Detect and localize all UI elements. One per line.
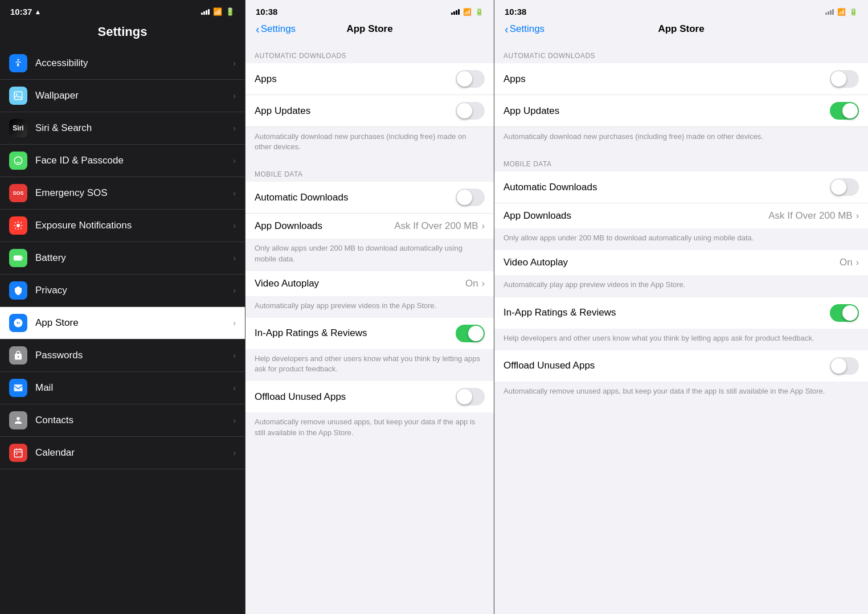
signal-bar-2 [203,11,205,15]
back-button-right[interactable]: ‹ Settings [503,23,544,36]
auto-dl-row-right[interactable]: Automatic Downloads [494,171,868,203]
offload-row-middle[interactable]: Offload Unused Apps [245,381,494,412]
offload-label-middle: Offload Unused Apps [255,391,456,403]
wallpaper-icon [9,87,27,105]
apps-toggle-knob-middle [457,71,472,87]
auto-dl-row-middle[interactable]: Automatic Downloads [245,182,494,214]
offload-toggle-right[interactable] [830,357,859,375]
appstore-icon [9,314,27,332]
auto-downloads-desc-right: Automatically download new purchases (in… [494,127,868,149]
battery-label: Battery [35,252,233,264]
faceid-chevron: › [233,156,236,165]
app-updates-row-middle[interactable]: App Updates [245,95,494,126]
auto-dl-toggle-right[interactable] [830,178,859,196]
wallpaper-chevron: › [233,91,236,100]
privacy-label: Privacy [35,285,233,296]
sos-label: Emergency SOS [35,187,233,199]
apps-row-middle[interactable]: Apps [245,63,494,95]
ratings-desc-middle: Help developers and other users know wha… [245,349,494,381]
right-content: AUTOMATIC DOWNLOADS Apps App Updates Aut… [494,40,868,614]
video-chevron-middle: › [482,279,485,289]
settings-item-passwords[interactable]: Passwords › [0,339,245,372]
wallpaper-label: Wallpaper [35,90,233,101]
offload-row-right[interactable]: Offload Unused Apps [494,350,868,382]
auto-downloads-group-middle: Apps [245,63,494,95]
battery-settings-icon [9,249,27,267]
apps-toggle-middle[interactable] [456,70,485,88]
siri-icon-text: Siri [13,124,23,132]
accessibility-icon [9,54,27,72]
calendar-icon [9,444,27,462]
settings-item-calendar[interactable]: Calendar › [0,437,245,469]
r-bar3 [830,10,832,15]
back-button-middle[interactable]: ‹ Settings [255,23,296,36]
offload-toggle-middle[interactable] [456,388,485,406]
settings-item-wallpaper[interactable]: Wallpaper › [0,80,245,112]
signal-bar-4 [208,9,210,15]
mobile-data-desc-right: Only allow apps under 200 MB to download… [494,228,868,250]
app-dl-row-middle[interactable]: App Downloads Ask If Over 200 MB › [245,214,494,239]
video-autoplay-row-right[interactable]: Video Autoplay On › [494,250,868,275]
time-display: 10:37 [10,7,32,17]
app-updates-toggle-right[interactable] [830,102,859,120]
settings-item-exposure[interactable]: Exposure Notifications › [0,210,245,242]
exposure-icon [9,216,27,235]
faceid-label: Face ID & Passcode [35,155,233,166]
screen-title: Settings [0,20,245,47]
settings-item-accessibility[interactable]: Accessibility › [0,47,245,80]
auto-dl-toggle-middle[interactable] [456,189,485,206]
appstore-label: App Store [35,317,233,329]
apps-toggle-right[interactable] [830,70,859,88]
ratings-row-middle[interactable]: In-App Ratings & Reviews [245,318,494,349]
battery-icon: 🔋 [226,7,235,16]
exposure-chevron: › [233,221,236,230]
settings-item-battery[interactable]: Battery › [0,242,245,275]
settings-item-faceid[interactable]: Face ID & Passcode › [0,145,245,177]
ratings-toggle-right[interactable] [830,304,859,322]
ratings-toggle-middle[interactable] [456,325,485,342]
app-updates-toggle-middle[interactable] [456,102,485,120]
settings-item-contacts[interactable]: Contacts › [0,404,245,437]
auto-dl-knob-middle [457,190,472,205]
video-autoplay-label-middle: Video Autoplay [255,278,465,289]
settings-item-appstore[interactable]: App Store › [0,307,245,339]
settings-item-siri[interactable]: Siri Siri & Search › [0,112,245,145]
app-dl-row-right[interactable]: App Downloads Ask If Over 200 MB › [494,203,868,228]
settings-item-mail[interactable]: Mail › [0,372,245,404]
svg-rect-7 [14,384,23,391]
settings-list-panel: 10:37 ▲ 📶 🔋 Settings Accessibility › [0,0,245,614]
video-desc-right: Automatically play app preview videos in… [494,275,868,297]
mobile-data-header-right: MOBILE DATA [494,149,868,171]
video-autoplay-row-middle[interactable]: Video Autoplay On › [245,271,494,296]
signal-bars [201,9,210,15]
calendar-label: Calendar [35,447,233,459]
app-updates-knob-middle [457,103,472,118]
right-status-bar: 10:38 📶 🔋 [494,0,868,20]
contacts-chevron: › [233,416,236,425]
app-updates-label-middle: App Updates [255,105,456,117]
ratings-row-right[interactable]: In-App Ratings & Reviews [494,297,868,329]
settings-item-privacy[interactable]: Privacy › [0,275,245,307]
r-bar4 [832,9,834,15]
video-autoplay-label-right: Video Autoplay [503,257,840,268]
right-nav-title: App Store [658,23,704,35]
m-bar4 [458,9,460,15]
back-label-middle: Settings [261,23,296,35]
mail-icon [9,379,27,397]
apps-row-right[interactable]: Apps [494,63,868,95]
signal-bar-1 [201,13,203,15]
middle-wifi-icon: 📶 [463,8,472,16]
settings-item-sos[interactable]: SOS Emergency SOS › [0,177,245,210]
contacts-label: Contacts [35,415,233,426]
middle-status-bar: 10:38 📶 🔋 [245,0,494,20]
app-updates-knob-right [842,103,858,118]
apps-knob-right [831,71,846,87]
m-bar3 [456,10,457,15]
ratings-label-middle: In-App Ratings & Reviews [255,328,456,339]
appstore-middle-panel: 10:38 📶 🔋 ‹ Settings App Store AUTOMATIC… [245,0,494,614]
signal-bar-3 [206,10,207,15]
auto-dl-knob-right [831,179,846,195]
siri-chevron: › [233,124,236,133]
app-updates-row-right[interactable]: App Updates [494,95,868,126]
app-dl-value-middle: Ask If Over 200 MB [394,220,478,232]
